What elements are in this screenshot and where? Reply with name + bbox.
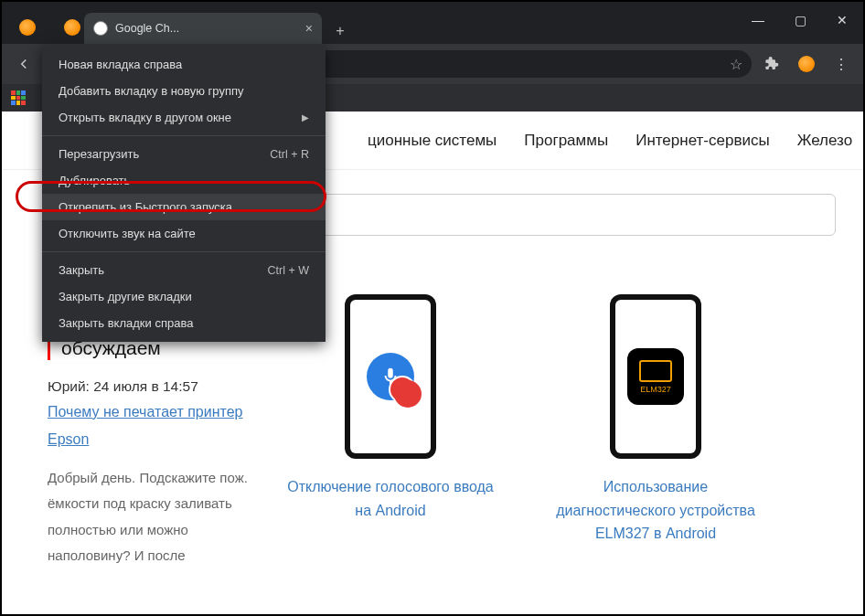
extensions-button[interactable]	[757, 49, 786, 79]
phone-illustration: ELM327	[610, 294, 701, 459]
pinned-tab-favicons	[19, 19, 80, 36]
menu-new-tab-right[interactable]: Новая вкладка справа	[42, 51, 326, 78]
tab-active[interactable]: Google Ch... ×	[84, 13, 322, 44]
elm327-icon: ELM327	[627, 348, 684, 405]
cancel-x-icon: ✕	[389, 376, 416, 403]
menu-unpin-quick-launch[interactable]: Открепить из Быстрого запуска	[42, 194, 326, 220]
titlebar: Google Ch... × + ― ▢ ✕	[2, 2, 863, 44]
comment-link[interactable]: Почему не печатает принтер Epson	[48, 398, 249, 454]
article-link[interactable]: Использование диагностического устройств…	[550, 475, 761, 546]
menu-close-others[interactable]: Закрыть другие вкладки	[42, 283, 326, 310]
maximize-button[interactable]: ▢	[779, 2, 821, 38]
submenu-arrow-icon: ▶	[302, 112, 309, 122]
article-card[interactable]: ELM327 Использование диагностического ус…	[550, 294, 761, 569]
menu-open-other-window[interactable]: Открыть вкладку в другом окне▶	[42, 104, 326, 131]
close-window-button[interactable]: ✕	[821, 2, 863, 38]
profile-orange-icon	[798, 56, 815, 72]
menu-separator	[42, 135, 326, 136]
profile-button[interactable]	[792, 49, 821, 79]
favicon-orange-icon	[19, 19, 36, 36]
menu-add-to-group[interactable]: Добавить вкладку в новую группу	[42, 78, 326, 104]
favicon-chrome-icon	[93, 21, 108, 36]
nav-item-internet[interactable]: Интернет-сервисы	[635, 132, 770, 150]
nav-item-os[interactable]: ционные системы	[368, 132, 497, 150]
bookmark-star-icon[interactable]: ☆	[730, 56, 742, 73]
back-button[interactable]	[9, 49, 38, 79]
favicon-orange-icon	[64, 19, 80, 36]
menu-close-right[interactable]: Закрыть вкладки справа	[42, 310, 326, 336]
menu-close[interactable]: ЗакрытьCtrl + W	[42, 257, 326, 283]
menu-separator	[42, 251, 326, 252]
tab-context-menu: Новая вкладка справа Добавить вкладку в …	[42, 46, 326, 342]
article-link[interactable]: Отключение голосового ввода на Android	[285, 475, 496, 522]
microphone-icon: ✕	[367, 353, 414, 400]
menu-duplicate[interactable]: Дублировать	[42, 167, 326, 194]
articles-grid: ✕ Отключение голосового ввода на Android…	[285, 285, 836, 569]
new-tab-button[interactable]: +	[327, 18, 353, 44]
comment-meta: Юрий: 24 июля в 14:57	[48, 378, 249, 395]
nav-item-programs[interactable]: Программы	[524, 132, 608, 150]
menu-mute-site[interactable]: Отключить звук на сайте	[42, 220, 326, 247]
phone-illustration: ✕	[345, 294, 436, 459]
tab-title: Google Ch...	[115, 22, 179, 35]
window-controls: ― ▢ ✕	[737, 2, 863, 38]
nav-item-hardware[interactable]: Железо	[797, 132, 852, 150]
menu-reload[interactable]: ПерезагрузитьCtrl + R	[42, 141, 326, 167]
tab-close-icon[interactable]: ×	[305, 21, 313, 36]
browser-menu-button[interactable]: ⋮	[827, 49, 856, 79]
apps-grid-icon[interactable]	[11, 90, 26, 105]
minimize-button[interactable]: ―	[737, 2, 779, 38]
comment-body: Добрый день. Подскажите пож. ёмкости под…	[48, 465, 249, 569]
